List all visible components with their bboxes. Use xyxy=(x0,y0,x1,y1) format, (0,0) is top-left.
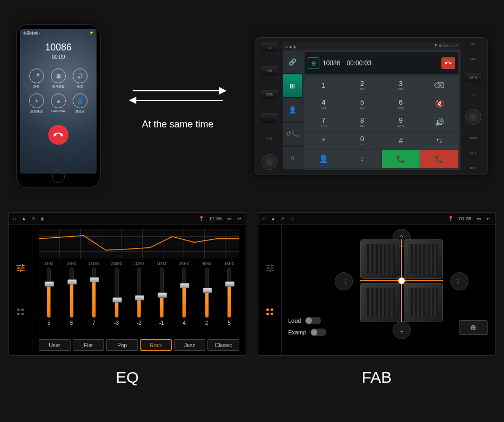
hu-key-1[interactable]: 2ABC xyxy=(343,76,381,94)
eq-slider-3[interactable] xyxy=(115,268,119,318)
eq-value: 5 xyxy=(228,320,231,326)
up-icon: ▲ xyxy=(271,216,275,221)
phone-speaker-button[interactable]: 🔊 xyxy=(73,68,88,83)
fab-seat-front-right xyxy=(404,239,443,279)
hu-vol-label: VOL xyxy=(266,137,273,140)
hu-call-duration: 00:00:03 xyxy=(346,59,371,67)
phone-duration: 00:09 xyxy=(20,54,97,60)
phone-mute-button[interactable]: 🎤 xyxy=(29,68,44,83)
hu-home-button[interactable]: ⌂ xyxy=(262,42,277,52)
eq-slider-6[interactable] xyxy=(182,268,186,318)
fab-grid-tab[interactable] xyxy=(264,306,276,318)
hu-key-10[interactable]: 9WXYZ xyxy=(382,113,420,131)
eq-preset-rock[interactable]: Rock xyxy=(140,339,172,351)
hu-fm-button[interactable]: FM xyxy=(262,66,277,75)
hu-key-3[interactable]: ⌫ xyxy=(420,76,458,94)
hu-key-5[interactable]: 5JKL xyxy=(343,95,381,113)
eq-slider-0[interactable] xyxy=(47,268,51,318)
fab-balance-point[interactable] xyxy=(398,278,405,284)
hu-key-16[interactable]: 👤 xyxy=(305,150,343,168)
eq-preset-pop[interactable]: Pop xyxy=(106,339,138,351)
hu-key-4[interactable]: 4GHI xyxy=(305,95,343,113)
eq-slider-1[interactable] xyxy=(69,268,74,318)
hu-volume-knob[interactable] xyxy=(262,154,277,170)
eq-freq-label: 512HZ xyxy=(133,262,144,265)
eq-preset-user[interactable]: User xyxy=(39,339,71,351)
hu-blank-button[interactable] xyxy=(262,113,277,123)
eq-slider-5[interactable] xyxy=(160,268,164,318)
fab-examp-toggle[interactable] xyxy=(310,329,326,336)
phone-add-call-button[interactable]: ＋ xyxy=(29,93,44,108)
eq-value: -2 xyxy=(137,320,142,326)
fab-loud-toggle[interactable] xyxy=(305,317,321,324)
phone-contacts-button[interactable]: 👤 xyxy=(73,93,88,108)
eq-value: 6 xyxy=(70,320,73,326)
hu-nav-contacts[interactable]: 👤 xyxy=(282,98,302,122)
phone-keypad-button[interactable]: ⊞ xyxy=(51,68,66,83)
eq-preset-flat[interactable]: Flat xyxy=(73,339,105,351)
eq-title: EQ xyxy=(8,368,246,386)
fab-examp-label: Examp xyxy=(288,329,306,335)
phone-battery-icon: ⚡ xyxy=(89,31,94,36)
fab-seat-grid[interactable] xyxy=(360,239,443,322)
eq-freq-label: 4KHZ xyxy=(202,262,212,265)
fab-left-button[interactable]: 〈 xyxy=(335,272,353,290)
fab-loud-label: Loud xyxy=(288,317,301,324)
back-icon[interactable]: ↩ xyxy=(237,216,241,221)
hu-key-19[interactable]: 📞 xyxy=(420,150,458,168)
hu-key-13[interactable]: 0+ xyxy=(343,132,381,150)
eq-slider-7[interactable] xyxy=(205,268,209,318)
hu-nav-history[interactable]: ↺📞 xyxy=(282,122,302,146)
eq-grid-tab[interactable] xyxy=(15,306,27,318)
hu-key-6[interactable]: 6MNO xyxy=(382,95,420,113)
eq-slider-2[interactable] xyxy=(92,268,96,318)
phone-caller-info: 10086 00:09 xyxy=(20,42,97,60)
home-icon[interactable]: ⌂ xyxy=(13,216,16,221)
fab-down-button[interactable]: ⌄ xyxy=(393,321,411,339)
fab-sliders-tab[interactable] xyxy=(264,262,276,274)
eq-slider-4[interactable] xyxy=(137,268,141,318)
hu-key-8[interactable]: 7PQRS xyxy=(305,113,343,131)
hu-key-15[interactable]: ⇆ xyxy=(420,132,458,150)
hu-nav-music[interactable]: ♫ xyxy=(282,146,302,170)
eq-freq-label: 2KHZ xyxy=(179,262,189,265)
fab-title: FAB xyxy=(258,368,496,386)
eq-value: 4 xyxy=(183,320,186,326)
hu-nav-dialer[interactable]: ⊞ xyxy=(282,74,302,98)
warning-icon: ⚠ xyxy=(281,216,285,221)
eq-preset-classic[interactable]: Classic xyxy=(207,339,239,351)
eq-freq-label: 32HZ xyxy=(44,262,53,265)
window-icon[interactable]: ▭ xyxy=(227,216,232,221)
window-icon[interactable]: ▭ xyxy=(476,216,481,221)
hu-key-14[interactable]: # xyxy=(382,132,420,150)
phone-carrier: 中国移动 ◦ xyxy=(23,31,40,36)
phone-end-call-button[interactable] xyxy=(48,125,68,145)
phone-status-bar: 中国移动 ◦ ⚡ xyxy=(20,29,97,38)
eq-sliders-tab[interactable] xyxy=(15,262,27,274)
eq-clock: 01:06 xyxy=(210,216,222,221)
hu-dvd-button[interactable]: DVD xyxy=(262,90,277,99)
home-icon[interactable]: ⌂ xyxy=(263,216,265,221)
back-icon[interactable]: ↩ xyxy=(486,216,491,221)
hu-call-display: ⊞ 10086 00:00:03 xyxy=(305,52,458,74)
hu-key-9[interactable]: 8TUV xyxy=(343,113,381,131)
fab-seat-front-left xyxy=(360,239,399,279)
fab-center-button[interactable]: ⊕ xyxy=(459,320,488,335)
smartphone: 中国移动 ◦ ⚡ 10086 00:09 🎤静音 ⊞拨号键盘 🔊免提 ＋添加通话… xyxy=(16,24,101,188)
hu-status-bar: ⌂ ▲ ψ 📍 01:06 ▭ ↩ xyxy=(282,42,460,50)
hu-key-17[interactable]: ↕ xyxy=(343,150,381,168)
hu-key-7[interactable]: 🔇 xyxy=(420,95,458,113)
hu-nav-link[interactable]: 🔗 xyxy=(282,50,302,74)
hu-key-12[interactable]: * xyxy=(305,132,343,150)
hu-key-0[interactable]: 1 xyxy=(305,76,343,94)
hu-key-18[interactable]: 📞 xyxy=(382,150,420,168)
hu-key-2[interactable]: 3DEF xyxy=(382,76,420,94)
fab-right-button[interactable]: 〉 xyxy=(450,272,468,290)
eq-preset-jazz[interactable]: Jazz xyxy=(174,339,206,351)
hu-seek-knob[interactable] xyxy=(465,109,481,125)
phone-facetime-button[interactable]: ⎚ xyxy=(51,93,66,108)
hu-gps-button[interactable]: GPS xyxy=(465,73,481,82)
eq-slider-8[interactable] xyxy=(227,268,231,318)
hu-key-11[interactable]: 🔊 xyxy=(420,113,458,131)
hu-display-hangup-button[interactable] xyxy=(441,57,455,69)
